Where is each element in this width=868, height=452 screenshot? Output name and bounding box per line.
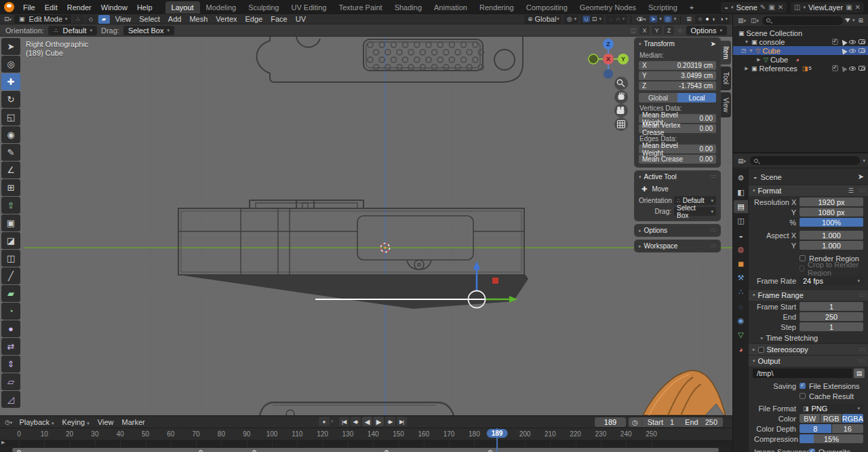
format-panel-header[interactable]: ▾ Format☰∷∷ (749, 185, 868, 196)
delete-scene-icon[interactable]: ✕ (778, 3, 783, 11)
options-dropdown[interactable]: Options▾ (686, 26, 727, 35)
properties-search-input[interactable] (750, 156, 860, 165)
properties-tab-view-layer[interactable]: ◫ (734, 214, 748, 227)
rotate-tool[interactable]: ↻ (1, 91, 20, 108)
render-region-checkbox[interactable] (800, 255, 806, 261)
rip-region-tool[interactable]: ◿ (1, 391, 20, 408)
show-object-types-icon[interactable]: ▾ (635, 16, 648, 22)
frame-range-panel-header[interactable]: ▾ Frame Range∷∷ (749, 289, 868, 301)
overlays-toggle-icon[interactable]: ◎ (664, 16, 672, 22)
expand-icon[interactable]: ▼ (744, 39, 749, 44)
properties-tab-tool[interactable]: ⚙ (734, 172, 748, 185)
current-frame-field[interactable]: 189 (595, 417, 626, 427)
jump-to-start-button[interactable]: |◀ (339, 417, 349, 426)
frame-rate-dropdown[interactable]: 24 fps▾ (800, 276, 863, 285)
vertex-select-button[interactable]: ∴ (73, 15, 84, 24)
np-drag-dropdown[interactable]: Select Box▾ (674, 207, 716, 216)
aspect-y-field[interactable]: 1.000 (800, 241, 863, 250)
outliner-row-console[interactable]: ▼ ▣ console (733, 37, 868, 46)
exclude-checkbox[interactable] (832, 65, 838, 71)
scale-tool[interactable]: ◱ (1, 109, 20, 126)
render-visibility-icon[interactable] (859, 39, 865, 44)
workspace-tab-shading[interactable]: Shading (389, 1, 428, 14)
stereoscopy-checkbox[interactable] (758, 347, 764, 353)
new-collection-icon[interactable]: ⊞ (856, 17, 865, 24)
time-stretching-panel[interactable]: ▸ Time Stretching (749, 331, 868, 343)
cache-result-checkbox[interactable] (800, 393, 806, 399)
editor-type-icon[interactable]: ▤▾ (736, 157, 747, 164)
snap-target-icon[interactable]: ⊡ (591, 16, 599, 22)
outliner-search-input[interactable] (762, 16, 843, 25)
resolution-percent-slider[interactable]: 100% (800, 218, 863, 227)
workspace-tab-rendering[interactable]: Rendering (473, 1, 520, 14)
wireframe-shading-icon[interactable]: ○ (697, 16, 703, 22)
playhead-frame-badge[interactable]: 189 (487, 429, 508, 438)
copy-scene-icon[interactable]: ▣ (768, 3, 774, 11)
properties-tab-world[interactable]: ◍ (734, 243, 748, 256)
delete-viewlayer-icon[interactable]: ✕ (855, 3, 861, 11)
shear-tool[interactable]: ▱ (1, 373, 20, 390)
render-visibility-icon[interactable] (859, 48, 865, 53)
pin-id-icon[interactable]: ➤ (858, 172, 864, 181)
outliner-row-cube-object[interactable]: ◳ ▼ ▽ Cube (733, 46, 868, 55)
tool-drag-dropdown[interactable]: Select Box▾ (123, 26, 174, 35)
auto-keying-button[interactable]: ● (319, 417, 330, 426)
npanel-tab-view[interactable]: View (721, 92, 731, 118)
mean-crease-field[interactable]: Mean Crease0.00 (639, 155, 716, 164)
options-panel[interactable]: ▸ Options ∷∷ (635, 225, 720, 236)
xray-toggle-icon[interactable]: ⊞ (685, 16, 693, 22)
workspace-tab-compositing[interactable]: Compositing (520, 1, 574, 14)
workspace-tab-sculpting[interactable]: Sculpting (242, 1, 285, 14)
material-shading-icon[interactable]: ◐ (711, 16, 717, 22)
file-format-dropdown[interactable]: ◨ PNG▾ (800, 404, 863, 413)
jump-to-end-button[interactable]: ▶| (397, 417, 407, 426)
workspace-tab-layout[interactable]: Layout (165, 1, 200, 14)
color-depth-16[interactable]: 16 (832, 424, 864, 433)
transform-panel-title[interactable]: Transform (644, 40, 675, 48)
mean-vertex-crease-field[interactable]: Mean Vertex Crease0.00 (639, 124, 716, 133)
solid-shading-icon[interactable]: ● (704, 16, 710, 22)
outliner-filter-id-icon[interactable]: ◫▾ (749, 17, 760, 24)
snap-settings-icon[interactable]: ⊹ (676, 27, 684, 34)
viewport-menu-vertex[interactable]: Vertex (212, 14, 241, 24)
aspect-x-field[interactable]: 1.000 (800, 231, 863, 240)
npanel-tab-item[interactable]: Item (721, 41, 731, 64)
hide-icon[interactable] (849, 49, 856, 53)
rendered-shading-icon[interactable]: ◑ (718, 16, 724, 22)
color-mode-rgb[interactable]: RGB (821, 414, 841, 423)
poly-build-tool[interactable]: ▰ (1, 285, 20, 302)
resolution-y-field[interactable]: 1080 px (800, 208, 863, 216)
scene-selector[interactable]: ◒▾ Scene ✎ ▣ ✕ (721, 2, 787, 13)
editor-type-icon[interactable]: ⊡▾ (3, 16, 13, 22)
mirror-z-button[interactable]: Z (664, 26, 674, 35)
expand-icon[interactable]: ▶ (756, 57, 762, 62)
next-keyframe-button[interactable]: •▶ (385, 417, 395, 426)
timeline-menu-marker[interactable]: Marker (117, 417, 149, 427)
viewlayer-selector[interactable]: ◫▾ ViewLayer ▣ ✕ (791, 2, 864, 13)
mirror-y-button[interactable]: Y (652, 26, 662, 35)
stereoscopy-panel-header[interactable]: ▸ Stereoscopy∷∷ (749, 343, 868, 355)
cursor-tool[interactable]: ◎ (1, 56, 20, 73)
workspace-tab-animation[interactable]: Animation (428, 1, 473, 14)
menu-file[interactable]: File (18, 2, 40, 13)
selectable-icon[interactable] (840, 64, 847, 72)
timeline-tracks[interactable] (0, 440, 732, 447)
median-y-field[interactable]: Y3.0499 cm (639, 71, 716, 80)
viewport-menu-view[interactable]: View (111, 14, 136, 24)
mirror-x-button[interactable]: X (639, 26, 650, 35)
move-tool[interactable]: ✚ (1, 73, 20, 90)
color-mode-rgba[interactable]: RGBA (842, 414, 863, 423)
use-preview-range-icon[interactable]: ◷ (629, 419, 642, 426)
properties-tab-modifiers[interactable]: ⚒ (734, 271, 748, 284)
properties-tab-material[interactable]: ◕ (734, 343, 748, 356)
channel-expand-icon[interactable]: ▶ (1, 440, 5, 445)
copy-viewlayer-icon[interactable]: ▣ (846, 3, 852, 11)
menu-render[interactable]: Render (62, 2, 96, 13)
transform-tool[interactable]: ◉ (1, 126, 20, 143)
color-mode-bw[interactable]: BW (800, 414, 820, 423)
tool-orientation-dropdown[interactable]: ∴ Default▾ (48, 26, 97, 35)
global-button[interactable]: Global (639, 93, 677, 102)
measure-tool[interactable]: ∠ (1, 162, 20, 178)
blender-logo-icon[interactable] (4, 2, 14, 12)
properties-tab-data[interactable]: ▽ (734, 328, 748, 341)
